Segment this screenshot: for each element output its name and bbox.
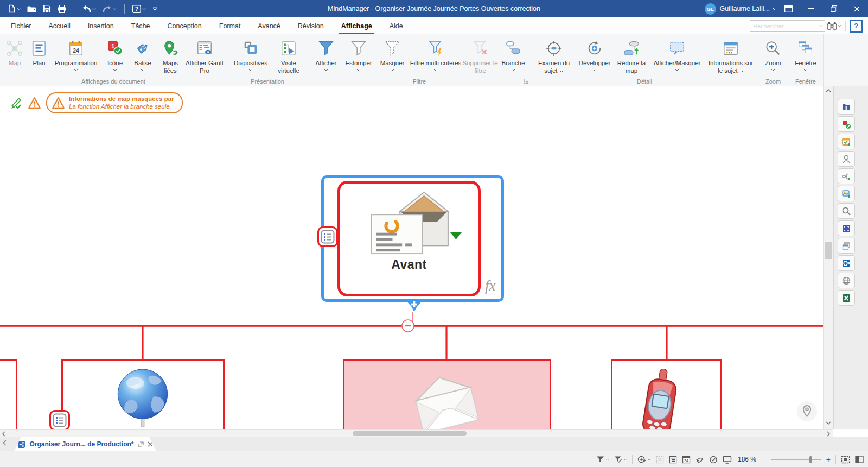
tab-aide[interactable]: Aide <box>381 17 412 34</box>
branche-button[interactable]: Branche <box>498 37 528 71</box>
tab-tache[interactable]: Tâche <box>123 17 159 34</box>
estomper-button[interactable]: Estomper <box>342 37 375 71</box>
tab-conception[interactable]: Conception <box>159 17 210 34</box>
tab-format[interactable]: Format <box>210 17 250 34</box>
chevron-down-icon[interactable] <box>819 24 823 27</box>
float-window-icon[interactable] <box>138 441 144 447</box>
close-button[interactable] <box>845 0 868 17</box>
tab-accueil[interactable]: Accueil <box>40 17 79 34</box>
filtre-multi-criteres-button[interactable]: Filtre multi-critères <box>409 37 462 71</box>
status-presentation-button[interactable] <box>723 456 732 464</box>
subtopic-globe[interactable] <box>61 359 225 429</box>
topic-notes-icon[interactable] <box>317 226 338 247</box>
tab-revision[interactable]: Révision <box>289 17 333 34</box>
panel-tab-markers[interactable] <box>838 116 855 132</box>
zoom-slider-handle[interactable] <box>809 456 812 463</box>
scroll-right-icon[interactable] <box>827 431 830 437</box>
tab-fichier[interactable]: Fichier <box>2 17 40 34</box>
chevron-down-icon[interactable] <box>773 8 777 10</box>
tab-affichage[interactable]: Affichage <box>333 17 381 34</box>
split-view-button[interactable] <box>855 456 864 463</box>
status-outline-button[interactable] <box>669 456 677 464</box>
panel-tab-resources[interactable] <box>838 151 855 167</box>
balise-button[interactable]: Balise <box>129 37 156 71</box>
reduire-la-map-button[interactable]: Réduire la map <box>615 37 648 74</box>
visite-virtuelle-button[interactable]: Visite virtuelle <box>272 37 305 74</box>
hidden-info-warning[interactable]: Informations de map masquées par La fonc… <box>46 92 183 113</box>
search-input[interactable] <box>750 20 825 32</box>
panel-tab-library[interactable] <box>838 99 855 115</box>
zoom-in-button[interactable]: + <box>826 455 831 464</box>
map-canvas[interactable]: Informations de map masquées par La fonc… <box>0 86 823 429</box>
subtopic-mail[interactable] <box>343 359 551 429</box>
add-subtopic-button[interactable] <box>405 300 423 312</box>
ribbon-display-button[interactable] <box>777 0 800 17</box>
help-button[interactable]: ? <box>130 3 148 15</box>
diapositives-button[interactable]: Diapositives <box>229 37 272 71</box>
programmation-button[interactable]: 24 Programmation <box>51 37 101 71</box>
subtopic-phone[interactable] <box>611 359 722 429</box>
customize-quick-access-button[interactable] <box>150 5 159 12</box>
tab-insertion[interactable]: Insertion <box>79 17 123 34</box>
warning-triangle-icon[interactable] <box>28 97 41 109</box>
scroll-down-icon[interactable] <box>826 421 831 425</box>
restore-button[interactable] <box>822 0 845 17</box>
panel-tab-map-parts[interactable] <box>838 168 855 184</box>
afficher-masquer-button[interactable]: Afficher/Masquer <box>648 37 706 71</box>
annotate-pen-icon[interactable] <box>10 96 23 109</box>
zoom-slider[interactable] <box>771 459 821 460</box>
examen-du-sujet-button[interactable]: Examen du sujet <box>533 37 575 74</box>
panel-tab-search[interactable] <box>838 203 855 219</box>
subtopic-left-partial[interactable] <box>0 359 17 429</box>
binoculars-search-button[interactable] <box>827 22 841 30</box>
panel-tab-outlook[interactable] <box>838 255 855 271</box>
document-tab[interactable]: Organiser Journ... de Production* <box>14 437 156 451</box>
main-topic-avant[interactable]: Avant fx <box>321 175 504 302</box>
scrollbar-thumb[interactable] <box>353 431 467 436</box>
scrollbar-thumb[interactable] <box>825 242 832 259</box>
undo-button[interactable] <box>80 3 98 14</box>
avatar[interactable]: GL <box>705 3 716 15</box>
tab-avance[interactable]: Avancé <box>249 17 289 34</box>
vertical-scrollbar[interactable] <box>823 86 834 429</box>
print-button[interactable] <box>55 3 68 15</box>
scroll-up-icon[interactable] <box>826 89 831 92</box>
developper-button[interactable]: Développer <box>575 37 615 71</box>
zoom-out-button[interactable]: – <box>762 455 767 464</box>
new-document-button[interactable] <box>5 3 23 15</box>
horizontal-scrollbar[interactable] <box>0 429 833 437</box>
panel-tab-excel[interactable] <box>838 290 855 306</box>
fenetre-button[interactable]: Fenêtre <box>790 37 821 71</box>
topic-notes-icon[interactable] <box>49 410 70 429</box>
masquer-button[interactable]: Masquer <box>375 37 409 71</box>
afficher-filtre-button[interactable]: Afficher <box>310 37 342 71</box>
informations-sur-le-sujet-button[interactable]: Informations sur le sujet <box>706 37 756 74</box>
maps-liees-button[interactable]: Maps liées <box>156 37 184 74</box>
panel-tab-images[interactable] <box>838 186 855 201</box>
status-filter-button[interactable] <box>596 456 609 463</box>
plan-button[interactable]: Plan <box>27 37 51 67</box>
status-schedule-button[interactable]: 24 <box>682 455 691 464</box>
afficher-gantt-pro-button[interactable]: Afficher Gantt Pro <box>184 37 225 74</box>
fit-map-button[interactable] <box>841 456 850 464</box>
location-pin-button[interactable] <box>797 401 817 421</box>
panel-tab-snap[interactable] <box>838 220 855 236</box>
zoom-button[interactable]: Zoom <box>761 37 786 71</box>
panel-tab-web[interactable] <box>838 273 855 288</box>
scroll-left-icon[interactable] <box>2 431 5 437</box>
open-button[interactable] <box>25 3 39 15</box>
status-tag-button[interactable] <box>695 456 704 464</box>
formula-badge[interactable]: fx <box>485 277 496 294</box>
redo-button[interactable] <box>100 3 119 14</box>
icone-button[interactable]: 1 Icône <box>101 37 129 71</box>
status-walkthrough-button[interactable] <box>637 455 651 464</box>
status-filter-edit-button[interactable] <box>614 456 627 463</box>
account-name[interactable]: Guillaume Laill... <box>720 5 770 12</box>
panel-tab-task-info[interactable] <box>838 134 855 149</box>
panel-tab-windows[interactable] <box>838 238 855 254</box>
minimize-button[interactable] <box>800 0 822 17</box>
save-button[interactable] <box>41 3 53 15</box>
close-tab-icon[interactable] <box>148 441 153 447</box>
collapse-triangle-icon[interactable] <box>450 232 462 240</box>
status-check-button[interactable] <box>709 456 718 464</box>
